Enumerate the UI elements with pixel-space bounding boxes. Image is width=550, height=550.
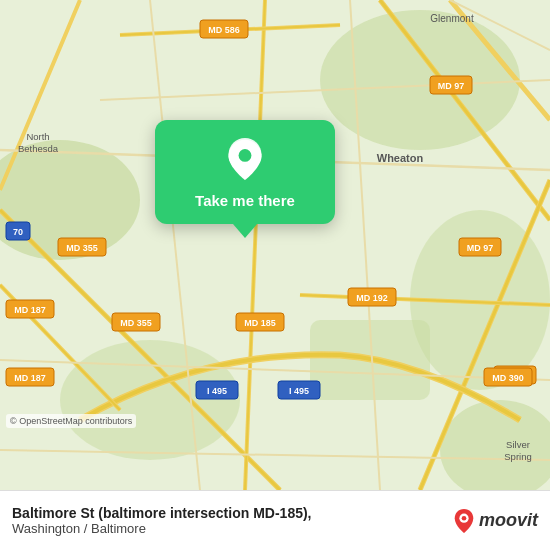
location-pin-icon [223, 138, 267, 182]
svg-point-67 [462, 515, 467, 520]
svg-text:Silver: Silver [506, 439, 530, 450]
svg-text:North: North [26, 131, 49, 142]
map-attribution: © OpenStreetMap contributors [6, 414, 136, 428]
location-title: Baltimore St (baltimore intersection MD-… [12, 505, 312, 521]
svg-text:MD 187: MD 187 [14, 373, 46, 383]
bottom-bar: Baltimore St (baltimore intersection MD-… [0, 490, 550, 550]
svg-text:MD 390: MD 390 [492, 373, 524, 383]
svg-text:I 495: I 495 [289, 386, 309, 396]
popup-label: Take me there [195, 192, 295, 210]
svg-text:Wheaton: Wheaton [377, 152, 424, 164]
svg-text:Spring: Spring [504, 451, 531, 462]
svg-text:MD 187: MD 187 [14, 305, 46, 315]
location-subtitle: Washington / Baltimore [12, 521, 312, 536]
svg-point-65 [239, 149, 252, 162]
svg-text:MD 192: MD 192 [356, 293, 388, 303]
svg-text:Bethesda: Bethesda [18, 143, 59, 154]
svg-text:MD 185: MD 185 [244, 318, 276, 328]
svg-text:MD 355: MD 355 [120, 318, 152, 328]
svg-text:MD 586: MD 586 [208, 25, 240, 35]
svg-text:I 495: I 495 [207, 386, 227, 396]
svg-point-2 [320, 10, 520, 150]
svg-text:70: 70 [13, 227, 23, 237]
take-me-there-popup[interactable]: Take me there [155, 120, 335, 224]
svg-text:MD 97: MD 97 [438, 81, 465, 91]
svg-text:MD 97: MD 97 [467, 243, 494, 253]
map-container: MD 586 MD 97 MD 97 MD 97 MD 355 MD 355 M… [0, 0, 550, 490]
moovit-text: moovit [479, 510, 538, 531]
location-info: Baltimore St (baltimore intersection MD-… [12, 505, 312, 536]
svg-text:MD 355: MD 355 [66, 243, 98, 253]
moovit-logo: moovit [453, 508, 538, 534]
moovit-pin-icon [453, 508, 475, 534]
svg-text:Glenmont: Glenmont [430, 13, 474, 24]
